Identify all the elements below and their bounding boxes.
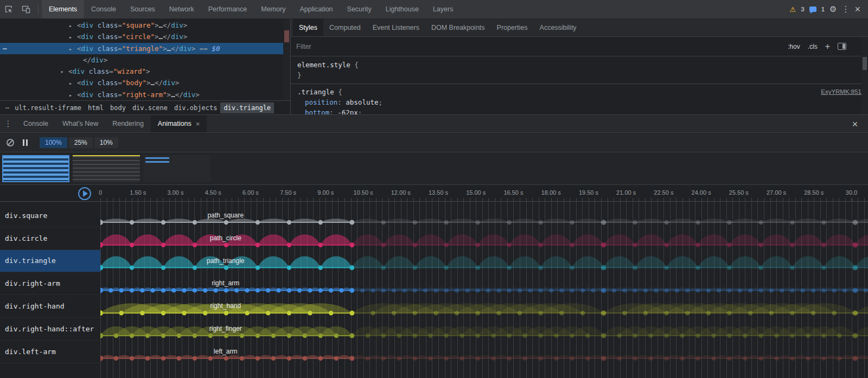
breadcrumb-div-scene[interactable]: div.scene [129,102,171,113]
sidebar-toggle-icon[interactable] [838,43,846,50]
styles-filter-input[interactable] [296,43,416,50]
tree-node-right-arm[interactable]: ▸<div class="right-arm">…</div> [0,89,290,100]
elements-scrollbar-thumb[interactable] [284,30,289,42]
tree-node-close-tag[interactable]: </div> [0,54,290,66]
rate-25[interactable]: 25% [69,137,93,148]
tree-node-triangle[interactable]: ⋯▸<div class="triangle">…</div> == $0 [0,43,290,54]
open-brace: { [334,88,342,96]
track-label-div-circle[interactable]: div.circle [0,227,100,250]
track-label-div-square[interactable]: div.square [0,204,100,227]
code-token: class [89,67,110,75]
drawer-tab-animations[interactable]: Animations× [151,115,207,132]
code-token [93,79,98,87]
rule-selector[interactable]: element.style { [297,60,861,70]
replay-button[interactable] [78,187,91,200]
code-token: </ [163,21,171,29]
property-value: -62px [337,108,358,114]
device-toolbar-icon[interactable] [17,2,35,17]
tree-node-body[interactable]: ▸<div class="body">…</div> [0,77,290,88]
drawer-tab-close-icon[interactable]: × [196,120,200,128]
more-actions-icon[interactable]: ⋯ [3,43,7,54]
track-label-div-right-hand-after[interactable]: div.right-hand::after [0,318,100,341]
rate-100[interactable]: 100% [40,137,67,148]
elements-tree[interactable]: ▸<div class="square">…</div>▸<div class=… [0,19,290,100]
code-token: </ [83,56,91,64]
tab-event-listeners[interactable]: Event Listeners [367,19,425,36]
tab-console[interactable]: Console [84,0,123,18]
rule-selector[interactable]: ExyYRMK:851.triangle { [297,87,861,97]
element-class-toggle[interactable]: .cls [808,43,818,50]
breadcrumb-html[interactable]: html [85,102,107,113]
styles-scrollbar-thumb[interactable] [863,57,867,70]
breadcrumb-div-objects[interactable]: div.objects [171,102,220,113]
tab-performance[interactable]: Performance [201,0,254,18]
rate-10[interactable]: 10% [94,137,118,148]
rule-source-link[interactable]: ExyYRMK:851 [821,87,861,97]
warning-icon[interactable]: ⚠ [790,5,796,14]
animation-preview-selected[interactable] [2,155,69,182]
styles-rules[interactable]: element.style {}ExyYRMK:851.triangle {po… [291,56,868,114]
tree-node-square[interactable]: ▸<div class="square">…</div> [0,20,290,31]
track-labels: div.squarediv.circlediv.trianglediv.righ… [0,202,100,378]
message-bubble-icon[interactable] [809,7,816,12]
pseudo-state-toggle[interactable]: :hov [788,43,800,50]
tab-properties[interactable]: Properties [491,19,534,36]
drawer-tabs: ConsoleWhat's NewRenderingAnimations× [16,115,207,132]
drawer-tab-what-s-new[interactable]: What's New [55,115,105,132]
tab-memory[interactable]: Memory [254,0,292,18]
tab-computed[interactable]: Computed [323,19,367,36]
tab-dom-breakpoints[interactable]: DOM Breakpoints [425,19,491,36]
elements-region: ▸<div class="square">…</div>▸<div class=… [0,19,868,114]
breadcrumb-ult-result-iframe[interactable]: ult.result-iframe [11,102,85,113]
tab-lighthouse[interactable]: Lighthouse [379,0,426,18]
message-count[interactable]: 1 [821,6,825,12]
collapse-arrow-icon[interactable]: ▾ [60,66,68,78]
tab-styles[interactable]: Styles [293,19,323,36]
track-label-div-right-arm[interactable]: div.right-arm [0,272,100,295]
track-label-div-right-hand[interactable]: div.right-hand [0,295,100,318]
tab-sources[interactable]: Sources [123,0,162,18]
expand-arrow-icon[interactable]: ▸ [69,31,77,43]
breadcrumb-body[interactable]: body [107,102,129,113]
expand-arrow-icon[interactable]: ▸ [69,43,77,55]
drawer-tab-rendering[interactable]: Rendering [105,115,151,132]
breadcrumb-div-triangle[interactable]: div.triangle [220,102,274,113]
timeline-ruler[interactable]: 01.50 s3.00 s4.50 s6.00 s7.50 s9.00 s10.… [0,185,868,202]
tab-layers[interactable]: Layers [426,0,461,18]
animation-tracks-canvas[interactable]: path_squarepath_circlepath_triangleright… [100,202,868,378]
tab-elements[interactable]: Elements [42,0,84,18]
timeline-grid[interactable]: path_squarepath_circlepath_triangleright… [100,202,868,378]
track-label-div-left-arm[interactable]: div.left-arm [0,341,100,363]
tab-network[interactable]: Network [162,0,201,18]
devtools-menu-icon[interactable]: ⋮ [841,4,850,14]
pause-icon[interactable] [23,139,28,146]
styles-scrollbar[interactable] [861,37,868,114]
track-label-div-triangle[interactable]: div.triangle [0,250,100,273]
expand-arrow-icon[interactable]: ▸ [69,78,77,89]
settings-gear-icon[interactable]: ⚙ [829,4,837,14]
ruler-label: 21.00 s [616,189,636,196]
breadcrumb-overflow-icon[interactable]: ⋯ [3,104,11,112]
clear-animations-icon[interactable] [7,139,14,146]
devtools-close-icon[interactable]: × [854,4,860,14]
code-token: class [98,33,118,41]
tab-application[interactable]: Application [292,0,340,18]
code-token: … [159,21,163,29]
elements-scrollbar[interactable] [283,19,290,100]
warning-count[interactable]: 3 [801,6,804,12]
tab-accessibility[interactable]: Accessibility [534,19,583,36]
inspect-cursor-icon[interactable] [0,2,17,17]
style-property[interactable]: position: absolute; [297,97,861,107]
tab-security[interactable]: Security [340,0,379,18]
drawer-close-icon[interactable]: × [847,115,863,133]
expand-arrow-icon[interactable]: ▸ [69,89,77,100]
tree-node-wizard[interactable]: ▾<div class="wizard"> [0,66,290,77]
style-property[interactable]: bottom: -62px; [297,107,861,114]
animation-preview-3[interactable] [143,155,210,182]
drawer-tab-console[interactable]: Console [16,115,55,132]
new-style-rule-button[interactable]: + [825,42,830,52]
tree-node-circle[interactable]: ▸<div class="circle">…</div> [0,31,290,42]
drawer-menu-icon[interactable]: ⋮ [0,115,16,132]
expand-arrow-icon[interactable]: ▸ [69,20,77,31]
animation-preview-2[interactable] [73,155,140,182]
